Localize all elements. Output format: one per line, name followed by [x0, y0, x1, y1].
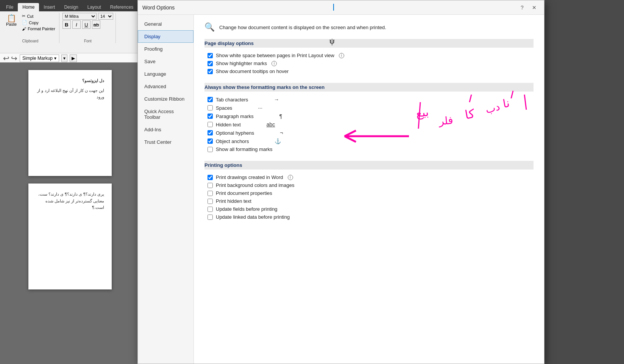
tab-home[interactable]: Home: [18, 3, 39, 11]
checkbox-optional-hyphens[interactable]: [207, 130, 213, 135]
tab-design[interactable]: Design: [59, 3, 83, 11]
font-family-select[interactable]: M Mitra: [62, 13, 97, 20]
cut-button[interactable]: ✂ Cut: [20, 13, 57, 19]
checkbox-print-background[interactable]: [207, 183, 213, 188]
nav-advanced[interactable]: Advanced: [138, 80, 193, 93]
clipboard-group: 📋 Paste ✂ Cut 📄 Copy 🖌: [2, 13, 59, 43]
title-cursor: [333, 4, 334, 11]
tab-references[interactable]: References: [106, 3, 138, 11]
checkbox-show-all-formatting[interactable]: [207, 147, 213, 152]
font-size-select[interactable]: 14: [98, 13, 113, 20]
option-show-whitespace: Show white space between pages in Print …: [204, 51, 534, 59]
option-tab-chars: Tab characters →: [204, 95, 534, 104]
doc-page2-body: یری دارند؟¶ ی دارند؟¶ ی دارند؟ ست، معنای…: [36, 191, 104, 211]
checkbox-show-tooltips[interactable]: [207, 69, 213, 74]
dialog-nav: General Display Proofing Save Language A…: [138, 15, 194, 364]
dialog-titlebar: Word Options ? ✕: [138, 0, 544, 15]
option-update-linked: Update linked data before printing: [204, 213, 534, 221]
tab-layout[interactable]: Layout: [83, 3, 106, 11]
tab-file[interactable]: File: [2, 3, 18, 11]
dialog-title: Word Options: [142, 5, 175, 11]
nav-save[interactable]: Save: [138, 55, 193, 68]
option-update-fields: Update fields before printing: [204, 205, 534, 213]
clipboard-label: Clipboard: [22, 39, 39, 43]
option-optional-hyphens: Optional hyphens ¬: [204, 129, 534, 137]
nav-customize[interactable]: Customize Ribbon: [138, 93, 193, 105]
option-spaces: Spaces ···: [204, 104, 534, 112]
printing-section: Printing options Print drawings created …: [204, 161, 534, 221]
formula-bar: ↩ ↪ Simple Markup ▾ ▾ ▶: [0, 53, 140, 64]
doc-page1-body: این جهت ن کار از آن نهج البلاغه ارد و از…: [36, 87, 104, 101]
printing-title: Printing options: [204, 161, 534, 170]
tab-insert[interactable]: Insert: [39, 3, 59, 11]
option-show-highlighter: Show highlighter marks i: [204, 59, 534, 67]
checkbox-spaces[interactable]: [207, 105, 213, 110]
checkbox-show-whitespace[interactable]: [207, 53, 213, 58]
ribbon-tabs: File Home Insert Design Layout Reference…: [0, 0, 140, 11]
strikethrough-button[interactable]: ab: [92, 20, 100, 29]
checkbox-update-fields[interactable]: [207, 207, 213, 212]
ribbon-toolbar: 📋 Paste ✂ Cut 📄 Copy 🖌: [0, 11, 140, 45]
option-object-anchors: Object anchors ⚓: [204, 137, 534, 145]
markup-settings-btn[interactable]: ▾: [61, 54, 67, 62]
option-show-all-formatting: Show all formatting marks: [204, 145, 534, 153]
underline-button[interactable]: U: [82, 20, 90, 29]
checkbox-print-drawings[interactable]: [207, 175, 213, 180]
nav-general[interactable]: General: [138, 18, 193, 30]
doc-page-1: دل ایزوتسو؟ این جهت ن کار از آن نهج البل…: [28, 70, 112, 176]
page-display-title: Page display options: [204, 39, 534, 48]
page-display-section: Page display options Show white space be…: [204, 39, 534, 75]
markup-dropdown[interactable]: Simple Markup ▾: [20, 54, 59, 62]
checkbox-hidden-text[interactable]: [207, 122, 213, 127]
dialog-body: General Display Proofing Save Language A…: [138, 15, 544, 364]
formatting-section: Always show these formatting marks on th…: [204, 83, 534, 153]
option-show-tooltips: Show document tooltips on hover: [204, 67, 534, 75]
checkbox-update-linked[interactable]: [207, 215, 213, 220]
copy-button[interactable]: 📄 Copy: [20, 19, 57, 26]
help-button[interactable]: ?: [517, 2, 527, 13]
nav-quickaccess[interactable]: Quick Access Toolbar: [138, 105, 193, 123]
close-button[interactable]: ✕: [529, 2, 540, 13]
display-icon: 🔍: [204, 22, 215, 32]
show-markup-btn[interactable]: ▶: [70, 54, 77, 62]
symbol-hidden: abc: [267, 121, 275, 128]
undo-icon[interactable]: ↩: [3, 54, 9, 63]
redo-icon[interactable]: ↪: [11, 54, 17, 63]
dialog-content: 🔍 Change how document content is display…: [194, 15, 544, 364]
nav-language[interactable]: Language: [138, 68, 193, 80]
nav-trustcenter[interactable]: Trust Center: [138, 136, 193, 148]
option-print-background: Print background colors and images: [204, 181, 534, 189]
symbol-tab: →: [274, 96, 279, 103]
symbol-paragraph: ¶: [279, 113, 282, 119]
checkbox-tab-chars[interactable]: [207, 97, 213, 102]
nav-display[interactable]: Display: [138, 30, 193, 43]
formatting-title: Always show these formatting marks on th…: [204, 83, 534, 92]
paste-button[interactable]: 📋 Paste: [4, 13, 19, 28]
checkbox-object-anchors[interactable]: [207, 138, 213, 144]
italic-button[interactable]: I: [72, 20, 81, 29]
option-print-drawings: Print drawings created in Word i: [204, 173, 534, 181]
document-area: دل ایزوتسو؟ این جهت ن کار از آن نهج البل…: [0, 62, 140, 364]
bold-button[interactable]: B: [62, 20, 71, 29]
info-icon-highlighter[interactable]: i: [271, 61, 277, 66]
symbol-anchor: ⚓: [275, 138, 281, 144]
symbol-hyphens: ¬: [280, 130, 283, 136]
nav-cursor-mark: ψ: [329, 36, 335, 46]
symbol-spaces: ···: [258, 105, 262, 111]
info-icon-whitespace[interactable]: i: [339, 53, 344, 58]
checkbox-paragraph-marks[interactable]: [207, 114, 213, 119]
checkbox-show-highlighter[interactable]: [207, 61, 213, 66]
word-options-dialog: Word Options ? ✕ General Display Proofin…: [137, 0, 544, 364]
section-description: Change how document content is displayed…: [219, 25, 386, 30]
option-hidden-text: Hidden text abc: [204, 120, 534, 129]
font-label: Font: [84, 39, 92, 43]
dialog-controls: ? ✕: [517, 2, 540, 13]
info-icon-print-drawings[interactable]: i: [288, 175, 293, 180]
nav-proofing[interactable]: Proofing: [138, 43, 193, 55]
section-header: 🔍 Change how document content is display…: [204, 22, 534, 32]
checkbox-print-hidden-text[interactable]: [207, 199, 213, 204]
checkbox-print-properties[interactable]: [207, 191, 213, 196]
doc-page1-title: دل ایزوتسو؟: [36, 78, 104, 84]
nav-addins[interactable]: Add-Ins: [138, 123, 193, 136]
format-painter-button[interactable]: 🖌 Format Painter: [20, 26, 57, 32]
